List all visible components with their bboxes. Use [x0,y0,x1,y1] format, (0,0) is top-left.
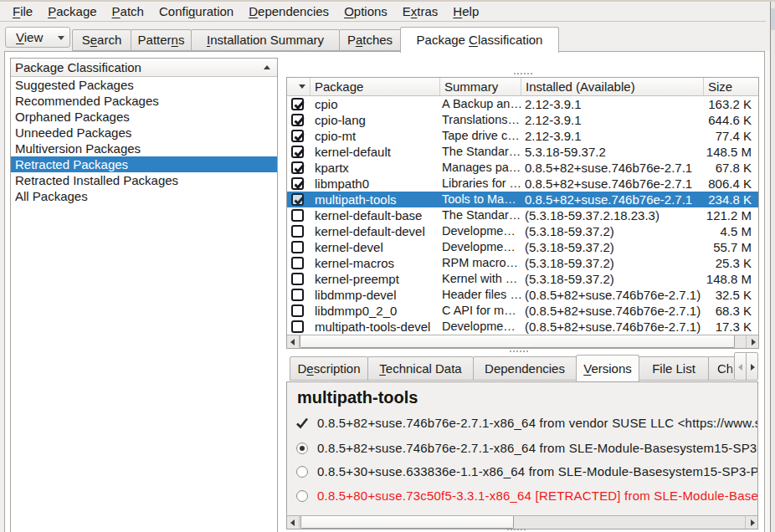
size-cell: 234.8 K [704,192,758,207]
column-header-status[interactable] [287,78,311,95]
list-header[interactable]: Package Classification [11,59,277,77]
version-entry[interactable]: 0.8.5+30+suse.633836e-1.1-x86_64 from SL… [287,463,758,480]
version-entry[interactable]: 0.8.5+82+suse.746b76e-2.7.1-x86_64 from … [287,440,758,457]
table-row-libdmmp0_2_0[interactable]: libdmmp0_2_0C API for m…(0.8.5+82+suse.7… [287,303,758,319]
row-checkbox[interactable] [291,146,304,158]
scroll-right-button[interactable] [745,516,757,529]
table-row-kernel-default-base[interactable]: kernel-default-baseThe Standar…(5.3.18-5… [287,207,758,223]
package-table: PackageSummaryInstalled (Available)Size … [286,77,759,349]
menu-help[interactable]: Help [445,2,486,21]
menu-package[interactable]: Package [40,2,104,21]
table-row-kpartx[interactable]: kpartxManages pa…0.8.5+82+suse.746b76e-2… [287,160,758,176]
row-checkbox[interactable] [291,130,304,142]
row-checkbox[interactable] [291,225,304,238]
version-radio-button[interactable] [296,466,308,478]
row-checkbox[interactable] [291,241,304,253]
column-header-size[interactable]: Size [704,78,758,95]
list-item-orphaned-packages[interactable]: Orphaned Packages [11,109,277,125]
view-button[interactable]: View [5,27,70,48]
scroll-right-button[interactable] [746,335,758,348]
arrow-right-icon [751,364,755,371]
table-row-kernel-macros[interactable]: kernel-macrosRPM macro…(5.3.18-59.37.2)2… [287,255,758,271]
list-item-retracted-packages[interactable]: Retracted Packages [11,156,277,172]
summary-cell: The Standar… [440,207,521,223]
table-row-kernel-default-devel[interactable]: kernel-default-develDevelopme…(5.3.18-59… [287,223,758,239]
row-checkbox[interactable] [291,273,304,285]
version-radio-button[interactable] [296,490,308,502]
status-cell [287,223,311,239]
detail-tab-versions[interactable]: Versions [576,355,639,381]
installed-available-cell: 2.12-3.9.1 [521,128,704,144]
dropdown-arrow-icon [58,36,64,40]
summary-cell: Translations… [440,112,521,128]
tab-scroll-right-button[interactable] [746,352,758,381]
menu-options[interactable]: Options [336,2,395,21]
table-row-cpio-lang[interactable]: cpio-langTranslations…2.12-3.9.1644.6 K [287,112,758,128]
list-item-recommended-packages[interactable]: Recommended Packages [11,93,277,109]
detail-tab-dependencies[interactable]: Dependencies [473,356,577,381]
table-row-cpio-mt[interactable]: cpio-mtTape drive c…2.12-3.9.177.4 K [287,128,758,144]
menu-configuration[interactable]: Configuration [151,2,241,21]
row-checkbox[interactable] [291,114,304,126]
table-row-libmpath0[interactable]: libmpath0Libraries for …0.8.5+82+suse.74… [287,176,758,192]
scroll-left-button[interactable] [287,335,300,348]
version-radio-button[interactable] [296,442,308,454]
row-checkbox[interactable] [291,320,304,333]
detail-tab-description[interactable]: Description [290,356,368,381]
tab-patterns[interactable]: Patterns [131,29,192,51]
table-row-multipath-tools[interactable]: multipath-toolsTools to Ma…0.8.5+82+suse… [287,192,758,207]
column-header-summary[interactable]: Summary [440,78,521,95]
menu-patch[interactable]: Patch [105,2,151,21]
column-header-installed-available[interactable]: Installed (Available) [521,78,704,95]
installed-available-cell: (5.3.18-59.37.2) [521,271,704,287]
version-entry[interactable]: 0.8.5+80+suse.73c50f5-3.3.1-x86_64 [RETR… [287,488,758,504]
check-icon [292,193,306,207]
tab-package-classification[interactable]: Package Classification [400,27,559,53]
scrollbar-thumb[interactable] [300,516,514,529]
table-row-kernel-preempt[interactable]: kernel-preemptKernel with …(5.3.18-59.37… [287,271,758,287]
row-checkbox[interactable] [291,304,304,317]
list-item-multiversion-packages[interactable]: Multiversion Packages [11,141,277,156]
summary-cell: The Standar… [440,144,521,160]
table-row-cpio[interactable]: cpioA Backup an…2.12-3.9.1163.2 K [287,96,758,112]
tab-installation-summary[interactable]: Installation Summary [191,29,340,51]
row-checkbox[interactable] [291,177,304,190]
tab-patches[interactable]: Patches [339,29,401,51]
row-checkbox[interactable] [291,209,304,222]
version-entry[interactable]: 0.8.5+82+suse.746b76e-2.7.1-x86_64 from … [287,415,758,432]
scroll-left-button[interactable] [287,516,300,529]
list-item-suggested-packages[interactable]: Suggested Packages [11,77,277,93]
status-cell [287,144,311,160]
table-row-kernel-default[interactable]: kernel-defaultThe Standar…5.3.18-59.37.2… [287,144,758,160]
table-row-multipath-tools-devel[interactable]: multipath-tools-develDevelopme…(0.8.5+82… [287,319,758,335]
row-checkbox[interactable] [291,161,304,174]
summary-cell: Developme… [440,223,521,239]
detail-tab-file-list[interactable]: File List [639,356,709,381]
menu-file[interactable]: File [5,2,40,21]
tab-scroll-left-button[interactable] [734,352,747,381]
package-name-heading: multipath-tools [297,388,418,407]
status-cell [287,192,311,207]
row-checkbox[interactable] [291,98,304,110]
middle-splitter-handle[interactable] [510,350,528,352]
menu-dependencies[interactable]: Dependencies [241,2,336,21]
scrollbar-thumb[interactable] [300,335,735,348]
row-checkbox[interactable] [291,193,304,206]
column-header-package[interactable]: Package [311,78,440,95]
bottom-splitter-handle[interactable] [507,529,526,530]
top-splitter-handle[interactable] [514,73,532,74]
row-checkbox[interactable] [291,289,304,301]
list-item-all-packages[interactable]: All Packages [11,188,277,204]
row-checkbox[interactable] [291,257,304,269]
table-header: PackageSummaryInstalled (Available)Size [287,78,758,96]
list-item-unneeded-packages[interactable]: Unneeded Packages [11,125,277,141]
summary-cell: RPM macro… [440,255,521,271]
table-row-kernel-devel[interactable]: kernel-develDevelopme…(5.3.18-59.37.2)55… [287,239,758,255]
detail-tab-technical-data[interactable]: Technical Data [367,356,474,381]
menu-extras[interactable]: Extras [395,2,446,21]
installed-available-cell: (5.3.18-59.37.2.18.23.3) [521,207,704,223]
splitter-dot [526,350,528,352]
table-row-libdmmp-devel[interactable]: libdmmp-develHeader files …(0.8.5+82+sus… [287,287,758,303]
list-item-retracted-installed-packages[interactable]: Retracted Installed Packages [11,172,277,188]
tab-search[interactable]: Search [72,29,131,51]
